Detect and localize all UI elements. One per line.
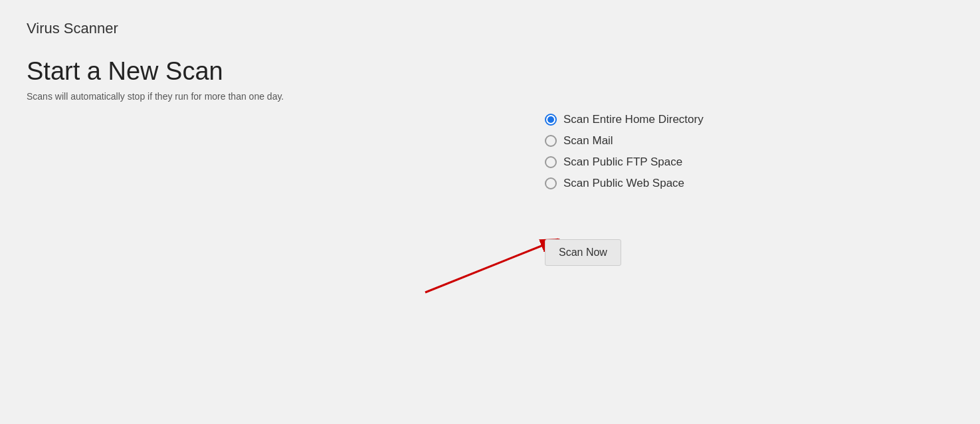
scan-now-area: Scan Now	[545, 239, 621, 266]
radio-option-3[interactable]: Scan Public FTP Space	[545, 156, 704, 169]
scan-options-area: Scan Entire Home Directory Scan Mail Sca…	[545, 113, 704, 198]
radio-option-4[interactable]: Scan Public Web Space	[545, 177, 704, 190]
radio-label-entire-home[interactable]: Scan Entire Home Directory	[563, 113, 704, 126]
section-title: Start a New Scan	[27, 57, 953, 86]
radio-label-scan-ftp[interactable]: Scan Public FTP Space	[563, 156, 682, 169]
page-container: Virus Scanner Start a New Scan Scans wil…	[0, 0, 980, 424]
radio-option-2[interactable]: Scan Mail	[545, 134, 704, 148]
section-subtitle: Scans will automatically stop if they ru…	[27, 91, 953, 102]
radio-label-scan-web[interactable]: Scan Public Web Space	[563, 177, 684, 190]
radio-entire-home[interactable]	[545, 114, 557, 126]
radio-scan-ftp[interactable]	[545, 156, 557, 168]
radio-label-scan-mail[interactable]: Scan Mail	[563, 134, 613, 148]
scan-now-button[interactable]: Scan Now	[545, 239, 621, 266]
radio-scan-web[interactable]	[545, 177, 557, 189]
radio-option-1[interactable]: Scan Entire Home Directory	[545, 113, 704, 126]
svg-line-1	[425, 239, 558, 292]
radio-scan-mail[interactable]	[545, 135, 557, 147]
app-title: Virus Scanner	[27, 20, 953, 37]
